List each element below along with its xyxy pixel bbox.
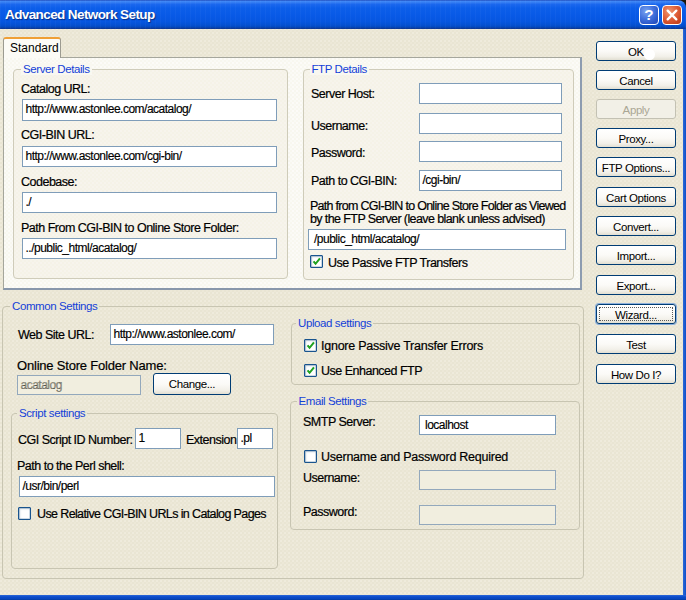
svg-text:?: ? [644, 6, 653, 23]
